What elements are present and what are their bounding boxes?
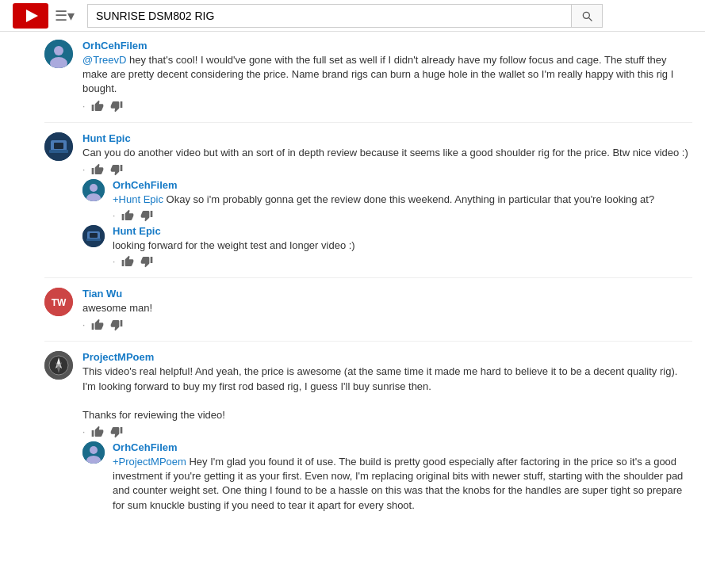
thumbs-down-icon (110, 319, 123, 331)
reply-text: +ProjectMPoem Hey I'm glad you found it … (113, 455, 692, 513)
separator (44, 341, 692, 342)
comment-author[interactable]: OrhCehFilem (113, 179, 178, 191)
thumbs-up-button[interactable] (91, 426, 104, 438)
comment-text: This video's real helpful! And yeah, the… (82, 365, 692, 422)
separator (44, 277, 692, 278)
thumbs-up-button[interactable] (121, 209, 134, 222)
svg-point-11 (90, 184, 98, 192)
thumbs-down-icon (140, 209, 153, 222)
reply: Hunt Epic looking forward for the weight… (82, 225, 692, 268)
svg-point-4 (54, 46, 63, 55)
comment-author[interactable]: ProjectMPoem (82, 351, 154, 363)
thumbs-up-button[interactable] (91, 100, 104, 113)
avatar-image (44, 132, 73, 161)
thumbs-up-button[interactable] (121, 255, 134, 268)
comment-thread: OrhCehFilem @TreevD hey that's cool! I w… (44, 40, 692, 113)
youtube-logo[interactable] (13, 3, 48, 29)
reply: OrhCehFilem +Hunt Epic Okay so i'm proba… (82, 179, 692, 222)
comment-body: Hunt Epic Can you do another video but w… (82, 132, 692, 176)
comment-actions: · (82, 100, 692, 113)
svg-rect-9 (54, 143, 63, 149)
reply-body: OrhCehFilem +ProjectMPoem Hey I'm glad y… (113, 441, 692, 513)
comment-author[interactable]: OrhCehFilem (113, 441, 178, 453)
dot: · (82, 426, 85, 437)
comment-body: ProjectMPoem This video's real helpful! … (82, 351, 692, 438)
avatar (44, 351, 73, 380)
search-input[interactable] (87, 4, 571, 28)
mention[interactable]: +ProjectMPoem (113, 456, 186, 468)
thumbs-down-button[interactable] (110, 426, 123, 438)
thumbs-down-icon (140, 255, 153, 268)
comment: Hunt Epic Can you do another video but w… (44, 132, 692, 176)
thumbs-down-icon (110, 163, 123, 176)
thumbs-up-icon (91, 163, 104, 176)
reply-text: looking forward for the weight test and … (113, 239, 692, 253)
svg-rect-15 (86, 239, 101, 241)
comment-text: Can you do another video but with an sor… (82, 146, 692, 160)
comment-author[interactable]: Tian Wu (82, 288, 122, 300)
reply-text-content: Okay so i'm probably gonna get the revie… (163, 193, 654, 205)
thumbs-up-button[interactable] (91, 319, 104, 331)
reply: OrhCehFilem +ProjectMPoem Hey I'm glad y… (82, 441, 692, 513)
thumbs-up-icon (121, 255, 134, 268)
comment-text: @TreevD hey that's cool! I would've gone… (82, 53, 692, 97)
reply-body: Hunt Epic looking forward for the weight… (113, 225, 692, 268)
thumbs-up-icon (91, 426, 104, 438)
comment-actions: · (82, 426, 692, 438)
comment-actions: · (82, 163, 692, 176)
search-bar (87, 4, 603, 28)
thumbs-up-icon (121, 209, 134, 222)
header: ☰▾ (0, 0, 705, 32)
dot: · (82, 101, 85, 112)
svg-rect-16 (90, 233, 98, 238)
comment-thread: TW Tian Wu awesome man! · (44, 288, 692, 331)
comment: OrhCehFilem @TreevD hey that's cool! I w… (44, 40, 692, 113)
thumbs-down-button[interactable] (110, 319, 123, 331)
reply-actions: · (113, 209, 692, 222)
replies: OrhCehFilem +ProjectMPoem Hey I'm glad y… (82, 441, 692, 513)
comment-author[interactable]: OrhCehFilem (82, 40, 148, 52)
reply-text-content: Hey I'm glad you found it of use. The bu… (113, 456, 683, 511)
thumbs-down-button[interactable] (140, 255, 153, 268)
search-icon (580, 10, 593, 22)
thumbs-up-icon (91, 100, 104, 113)
comment-author[interactable]: Hunt Epic (82, 132, 131, 144)
reply-actions: · (113, 255, 692, 268)
search-button[interactable] (571, 4, 603, 28)
comment-thread: ProjectMPoem This video's real helpful! … (44, 351, 692, 513)
thumbs-down-icon (110, 426, 123, 438)
comment-body: Tian Wu awesome man! · (82, 288, 692, 331)
comment-author[interactable]: Hunt Epic (113, 225, 161, 237)
thumbs-up-icon (91, 319, 104, 331)
avatar (82, 441, 105, 464)
avatar-image (82, 225, 105, 247)
thumbs-down-button[interactable] (140, 209, 153, 222)
comment-text-content: hey that's cool! I would've gone with th… (82, 54, 673, 94)
thumbs-down-button[interactable] (110, 163, 123, 176)
svg-point-24 (90, 446, 98, 454)
avatar (44, 40, 73, 68)
dot: · (113, 210, 115, 221)
comment-actions: · (82, 319, 692, 331)
main-content: OrhCehFilem @TreevD hey that's cool! I w… (0, 32, 705, 535)
dot: · (82, 164, 85, 175)
reply-text: +Hunt Epic Okay so i'm probably gonna ge… (113, 193, 692, 207)
comment-text: awesome man! (82, 301, 692, 315)
hamburger-menu[interactable]: ☰▾ (55, 7, 75, 25)
avatar (82, 225, 105, 247)
avatar-image (82, 441, 105, 464)
thumbs-down-icon (110, 100, 123, 113)
thumbs-down-button[interactable] (110, 100, 123, 113)
dot: · (82, 319, 85, 330)
comment: TW Tian Wu awesome man! · (44, 288, 692, 331)
comment-body: OrhCehFilem @TreevD hey that's cool! I w… (82, 40, 692, 113)
thumbs-up-button[interactable] (91, 163, 104, 176)
svg-text:TW: TW (52, 297, 67, 308)
avatar: TW (44, 288, 73, 316)
avatar-image: TW (44, 288, 73, 316)
avatar-image (44, 351, 73, 380)
mention[interactable]: @TreevD (82, 54, 126, 66)
mention[interactable]: +Hunt Epic (113, 193, 163, 205)
comment: ProjectMPoem This video's real helpful! … (44, 351, 692, 438)
svg-rect-8 (49, 150, 68, 153)
